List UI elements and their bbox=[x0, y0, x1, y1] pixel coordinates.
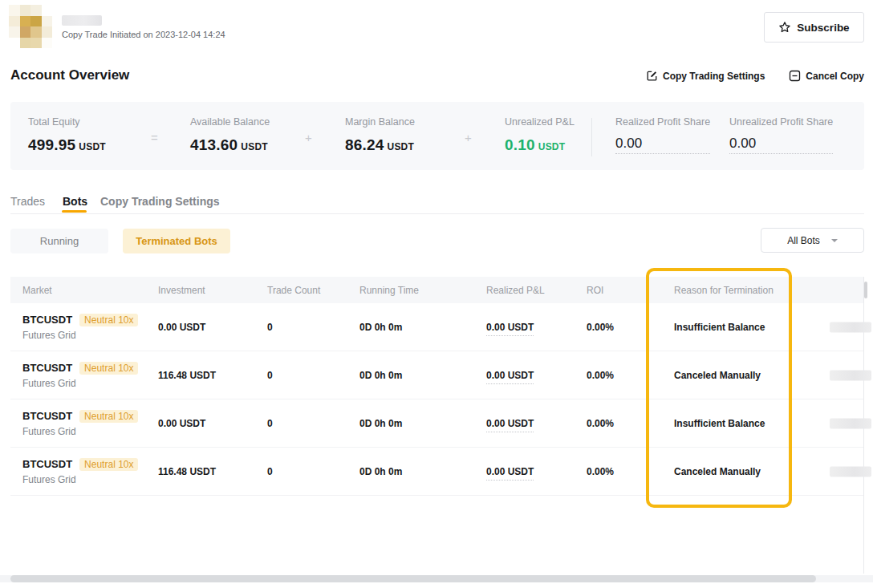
realized-pnl-value: 0.00 USDT bbox=[486, 370, 534, 384]
running-time-value: 0D 0h 0m bbox=[359, 322, 402, 333]
bot-filter-value: All Bots bbox=[787, 235, 820, 246]
table-row: BTCUSDTNeutral 10x Futures Grid 116.48 U… bbox=[10, 351, 864, 399]
col-header-investment: Investment bbox=[158, 285, 205, 296]
stat-unit: USDT bbox=[388, 141, 414, 152]
minus-square-icon bbox=[789, 70, 801, 82]
stat-realized-profit-share: Realized Profit Share 0.00 bbox=[615, 116, 710, 154]
trade-count-value: 0 bbox=[267, 418, 273, 429]
plus-separator: + bbox=[465, 131, 472, 144]
col-header-market: Market bbox=[22, 285, 52, 296]
investment-value: 0.00 USDT bbox=[158, 418, 205, 429]
plus-separator: + bbox=[305, 131, 312, 144]
stat-value: 499.95 bbox=[28, 136, 75, 153]
realized-pnl-value: 0.00 USDT bbox=[486, 418, 534, 432]
subscribe-button[interactable]: Subscribe bbox=[764, 12, 864, 43]
bot-type: Futures Grid bbox=[22, 330, 138, 341]
stat-label: Realized Profit Share bbox=[615, 116, 710, 128]
copy-trading-settings-button[interactable]: Copy Trading Settings bbox=[646, 70, 765, 82]
realized-pnl-value: 0.00 USDT bbox=[486, 322, 534, 336]
bot-type: Futures Grid bbox=[22, 378, 138, 389]
bot-filter-dropdown[interactable]: All Bots bbox=[761, 228, 864, 253]
investment-value: 116.48 USDT bbox=[158, 466, 216, 477]
table-body: BTCUSDTNeutral 10x Futures Grid 0.00 USD… bbox=[10, 303, 864, 496]
stat-unrealized-profit-share: Unrealized Profit Share 0.00 bbox=[729, 116, 833, 154]
horizontal-scrollbar-thumb[interactable] bbox=[10, 575, 816, 582]
vertical-scrollbar-track bbox=[863, 277, 864, 574]
cancel-copy-button[interactable]: Cancel Copy bbox=[789, 70, 864, 82]
strategy-badge: Neutral 10x bbox=[79, 458, 138, 471]
stat-unit: USDT bbox=[538, 141, 565, 152]
trade-count-value: 0 bbox=[267, 322, 273, 333]
stat-value: 0.00 bbox=[615, 136, 710, 154]
table-row: BTCUSDTNeutral 10x Futures Grid 0.00 USD… bbox=[10, 303, 864, 351]
copy-trade-initiated-text: Copy Trade Initiated on 2023-12-04 14:24 bbox=[62, 30, 225, 39]
redacted-action[interactable] bbox=[830, 370, 871, 380]
trade-count-value: 0 bbox=[267, 466, 273, 477]
market-symbol: BTCUSDT bbox=[22, 410, 72, 422]
roi-value: 0.00% bbox=[587, 466, 614, 477]
termination-reason: Canceled Manually bbox=[674, 466, 761, 477]
vertical-scrollbar-thumb[interactable] bbox=[864, 282, 867, 298]
filter-running[interactable]: Running bbox=[10, 229, 108, 253]
star-icon bbox=[778, 21, 791, 34]
stats-divider bbox=[591, 118, 592, 156]
stat-value: 413.60 bbox=[190, 136, 238, 153]
stat-unrealized-pnl: Unrealized P&L 0.10USDT bbox=[505, 116, 575, 154]
tab-copy-trading-settings[interactable]: Copy Trading Settings bbox=[100, 195, 220, 208]
copy-trading-page: Copy Trade Initiated on 2023-12-04 14:24… bbox=[0, 0, 873, 588]
stat-available-balance: Available Balance 413.60USDT bbox=[190, 116, 270, 154]
stat-label: Unrealized P&L bbox=[505, 116, 575, 128]
equals-separator: = bbox=[151, 131, 158, 144]
redacted-action[interactable] bbox=[830, 322, 871, 332]
tab-bots[interactable]: Bots bbox=[63, 195, 87, 208]
redacted-action[interactable] bbox=[830, 466, 871, 476]
overview-actions: Copy Trading Settings Cancel Copy bbox=[646, 70, 864, 82]
market-symbol: BTCUSDT bbox=[22, 362, 72, 374]
roi-value: 0.00% bbox=[587, 370, 614, 381]
market-symbol: BTCUSDT bbox=[22, 314, 72, 326]
strategy-badge: Neutral 10x bbox=[79, 362, 138, 375]
avatar bbox=[9, 5, 52, 48]
stat-label: Margin Balance bbox=[345, 116, 415, 128]
stat-label: Unrealized Profit Share bbox=[729, 116, 833, 128]
edit-icon bbox=[646, 70, 658, 82]
col-header-running-time: Running Time bbox=[359, 285, 419, 296]
tab-trades[interactable]: Trades bbox=[10, 195, 45, 208]
subscribe-label: Subscribe bbox=[797, 22, 849, 34]
roi-value: 0.00% bbox=[587, 418, 614, 429]
termination-reason: Insufficient Balance bbox=[674, 322, 765, 333]
stat-margin-balance: Margin Balance 86.24USDT bbox=[345, 116, 415, 154]
stat-label: Total Equity bbox=[28, 116, 106, 128]
termination-reason: Insufficient Balance bbox=[674, 418, 765, 429]
investment-value: 116.48 USDT bbox=[158, 370, 216, 381]
roi-value: 0.00% bbox=[587, 322, 614, 333]
cancel-copy-label: Cancel Copy bbox=[806, 71, 864, 82]
stat-value: 86.24 bbox=[345, 136, 384, 153]
stat-value: 0.10 bbox=[505, 136, 535, 153]
table-row: BTCUSDTNeutral 10x Futures Grid 0.00 USD… bbox=[10, 399, 864, 448]
strategy-badge: Neutral 10x bbox=[79, 314, 138, 326]
market-symbol: BTCUSDT bbox=[22, 458, 72, 470]
trade-count-value: 0 bbox=[267, 370, 273, 381]
account-stats-panel: Total Equity 499.95USDT = Available Bala… bbox=[10, 102, 864, 170]
strategy-badge: Neutral 10x bbox=[79, 410, 138, 423]
trader-name-redacted bbox=[62, 15, 102, 26]
termination-reason: Canceled Manually bbox=[674, 370, 761, 381]
stat-label: Available Balance bbox=[190, 116, 270, 128]
running-time-value: 0D 0h 0m bbox=[359, 466, 402, 477]
stat-unit: USDT bbox=[241, 141, 267, 152]
redacted-action[interactable] bbox=[830, 418, 871, 428]
active-tab-underline bbox=[62, 210, 87, 213]
filter-terminated-bots[interactable]: Terminated Bots bbox=[123, 229, 230, 253]
running-time-value: 0D 0h 0m bbox=[359, 370, 402, 381]
col-header-reason: Reason for Termination bbox=[674, 285, 774, 296]
realized-pnl-value: 0.00 USDT bbox=[486, 466, 534, 481]
chevron-down-icon bbox=[831, 239, 838, 242]
col-header-roi: ROI bbox=[587, 285, 603, 296]
tabs-divider bbox=[10, 213, 864, 214]
table-row: BTCUSDTNeutral 10x Futures Grid 116.48 U… bbox=[10, 448, 864, 496]
stat-unit: USDT bbox=[79, 141, 105, 152]
table-header: Market Investment Trade Count Running Ti… bbox=[10, 277, 864, 303]
running-time-value: 0D 0h 0m bbox=[359, 418, 402, 429]
page-title: Account Overview bbox=[10, 67, 129, 83]
